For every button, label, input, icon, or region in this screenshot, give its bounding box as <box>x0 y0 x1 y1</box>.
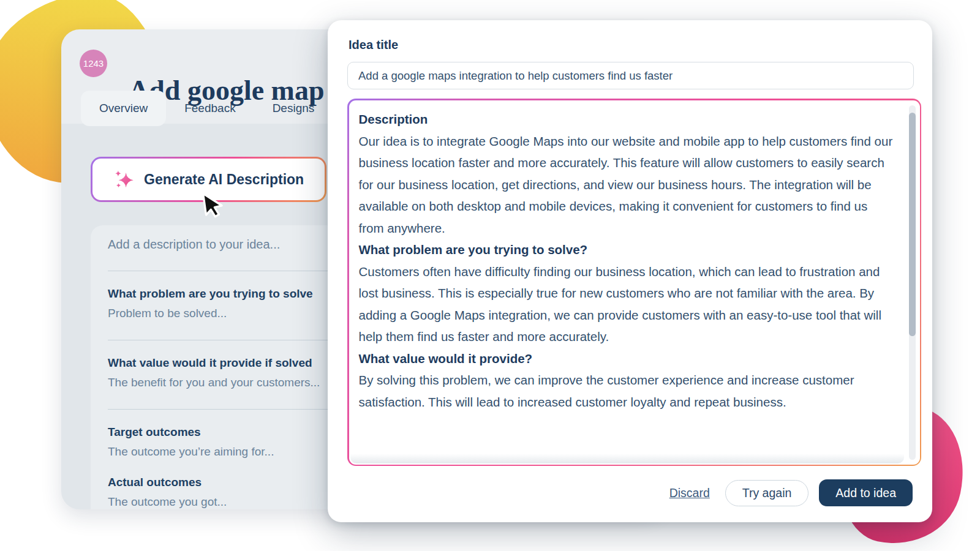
ai-sparkle-icon <box>113 169 134 190</box>
description-answer-1: Customers often have difficulty finding … <box>359 261 893 348</box>
generate-ai-description-label: Generate AI Description <box>144 171 304 188</box>
description-question-2: What value would it provide? <box>359 348 895 370</box>
description-heading: Description <box>359 108 895 130</box>
ai-description-gradient-border: Description Our idea is to integrate Goo… <box>347 99 921 466</box>
tab-overview[interactable]: Overview <box>81 91 166 126</box>
ai-description-textarea[interactable]: Description Our idea is to integrate Goo… <box>349 100 920 465</box>
try-again-button[interactable]: Try again <box>725 480 809 506</box>
scrollbar-track[interactable] <box>909 105 916 460</box>
page: 1243 Add google map Overview Feedback De… <box>0 0 980 551</box>
idea-id-badge: 1243 <box>80 50 107 77</box>
scrollbar-thumb[interactable] <box>909 113 916 336</box>
ai-description-modal: Idea title Description Our idea is to in… <box>328 20 932 522</box>
tab-designs[interactable]: Designs <box>254 91 333 126</box>
description-question-1: What problem are you trying to solve? <box>359 239 895 261</box>
description-paragraph: Our idea is to integrate Google Maps int… <box>359 130 893 239</box>
discard-link[interactable]: Discard <box>669 486 710 500</box>
idea-title-label: Idea title <box>349 38 913 52</box>
add-to-idea-button[interactable]: Add to idea <box>819 479 913 506</box>
idea-title-input[interactable] <box>347 62 914 89</box>
description-answer-2: By solving this problem, we can improve … <box>359 369 893 413</box>
mouse-cursor-icon <box>197 190 228 222</box>
modal-footer: Discard Try again Add to idea <box>669 479 913 506</box>
tab-feedback[interactable]: Feedback <box>166 91 254 126</box>
